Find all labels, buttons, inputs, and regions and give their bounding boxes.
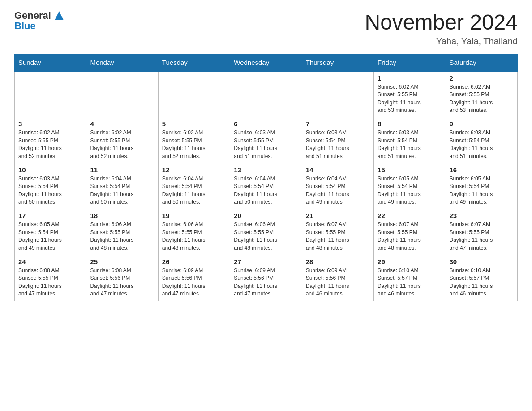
calendar-subtitle: Yaha, Yala, Thailand xyxy=(365,36,518,47)
day-number: 3 xyxy=(18,120,82,128)
title-section: November 2024 Yaha, Yala, Thailand xyxy=(365,11,518,47)
day-info: Sunrise: 6:02 AM Sunset: 5:55 PM Dayligh… xyxy=(162,129,226,160)
table-row xyxy=(158,71,230,117)
table-row: 20Sunrise: 6:06 AM Sunset: 5:55 PM Dayli… xyxy=(230,209,302,255)
day-number: 19 xyxy=(162,212,226,219)
svg-marker-0 xyxy=(55,11,64,20)
day-number: 6 xyxy=(234,120,298,128)
table-row: 28Sunrise: 6:09 AM Sunset: 5:56 PM Dayli… xyxy=(302,255,373,301)
day-info: Sunrise: 6:08 AM Sunset: 5:55 PM Dayligh… xyxy=(18,267,82,298)
table-row: 29Sunrise: 6:10 AM Sunset: 5:57 PM Dayli… xyxy=(374,255,446,301)
day-info: Sunrise: 6:02 AM Sunset: 5:55 PM Dayligh… xyxy=(90,129,154,160)
day-number: 9 xyxy=(450,120,514,128)
day-info: Sunrise: 6:10 AM Sunset: 5:57 PM Dayligh… xyxy=(450,267,514,298)
day-info: Sunrise: 6:06 AM Sunset: 5:55 PM Dayligh… xyxy=(234,221,298,252)
day-number: 10 xyxy=(18,166,82,174)
day-number: 7 xyxy=(306,120,370,128)
day-number: 13 xyxy=(234,166,298,174)
table-row: 13Sunrise: 6:04 AM Sunset: 5:54 PM Dayli… xyxy=(230,163,302,209)
day-number: 25 xyxy=(90,258,154,265)
day-number: 28 xyxy=(306,258,370,265)
day-number: 20 xyxy=(234,212,298,219)
logo: General Blue xyxy=(14,11,64,31)
table-row: 10Sunrise: 6:03 AM Sunset: 5:54 PM Dayli… xyxy=(15,163,86,209)
table-row: 11Sunrise: 6:04 AM Sunset: 5:54 PM Dayli… xyxy=(86,163,158,209)
table-row: 18Sunrise: 6:06 AM Sunset: 5:55 PM Dayli… xyxy=(86,209,158,255)
table-row: 23Sunrise: 6:07 AM Sunset: 5:55 PM Dayli… xyxy=(446,209,517,255)
day-number: 21 xyxy=(306,212,370,219)
day-info: Sunrise: 6:04 AM Sunset: 5:54 PM Dayligh… xyxy=(162,175,226,206)
day-info: Sunrise: 6:05 AM Sunset: 5:54 PM Dayligh… xyxy=(450,175,514,206)
day-number: 29 xyxy=(378,258,442,265)
week-row-1: 1Sunrise: 6:02 AM Sunset: 5:55 PM Daylig… xyxy=(15,71,518,117)
table-row xyxy=(230,71,302,117)
day-number: 5 xyxy=(162,120,226,128)
col-sunday: Sunday xyxy=(15,54,86,71)
logo-triangle-icon xyxy=(55,11,64,20)
table-row: 3Sunrise: 6:02 AM Sunset: 5:55 PM Daylig… xyxy=(15,117,86,163)
day-number: 14 xyxy=(306,166,370,174)
day-info: Sunrise: 6:07 AM Sunset: 5:55 PM Dayligh… xyxy=(378,221,442,252)
day-info: Sunrise: 6:02 AM Sunset: 5:55 PM Dayligh… xyxy=(450,83,514,115)
table-row: 5Sunrise: 6:02 AM Sunset: 5:55 PM Daylig… xyxy=(158,117,230,163)
day-number: 11 xyxy=(90,166,154,174)
table-row: 7Sunrise: 6:03 AM Sunset: 5:54 PM Daylig… xyxy=(302,117,373,163)
day-number: 1 xyxy=(378,74,442,82)
col-thursday: Thursday xyxy=(302,54,373,71)
day-info: Sunrise: 6:09 AM Sunset: 5:56 PM Dayligh… xyxy=(234,267,298,298)
week-row-3: 10Sunrise: 6:03 AM Sunset: 5:54 PM Dayli… xyxy=(15,163,518,209)
day-info: Sunrise: 6:06 AM Sunset: 5:55 PM Dayligh… xyxy=(162,221,226,252)
day-info: Sunrise: 6:04 AM Sunset: 5:54 PM Dayligh… xyxy=(234,175,298,206)
table-row: 12Sunrise: 6:04 AM Sunset: 5:54 PM Dayli… xyxy=(158,163,230,209)
day-number: 24 xyxy=(18,258,82,265)
table-row xyxy=(86,71,158,117)
day-info: Sunrise: 6:04 AM Sunset: 5:54 PM Dayligh… xyxy=(306,175,370,206)
table-row: 21Sunrise: 6:07 AM Sunset: 5:55 PM Dayli… xyxy=(302,209,373,255)
day-info: Sunrise: 6:05 AM Sunset: 5:54 PM Dayligh… xyxy=(18,221,82,252)
week-row-4: 17Sunrise: 6:05 AM Sunset: 5:54 PM Dayli… xyxy=(15,209,518,255)
week-row-5: 24Sunrise: 6:08 AM Sunset: 5:55 PM Dayli… xyxy=(15,255,518,301)
table-row: 1Sunrise: 6:02 AM Sunset: 5:55 PM Daylig… xyxy=(374,71,446,117)
day-info: Sunrise: 6:09 AM Sunset: 5:56 PM Dayligh… xyxy=(306,267,370,298)
day-number: 16 xyxy=(450,166,514,174)
page-header: General Blue November 2024 Yaha, Yala, T… xyxy=(14,11,518,47)
table-row: 6Sunrise: 6:03 AM Sunset: 5:55 PM Daylig… xyxy=(230,117,302,163)
day-number: 12 xyxy=(162,166,226,174)
day-number: 26 xyxy=(162,258,226,265)
day-info: Sunrise: 6:02 AM Sunset: 5:55 PM Dayligh… xyxy=(378,83,442,115)
table-row: 25Sunrise: 6:08 AM Sunset: 5:56 PM Dayli… xyxy=(86,255,158,301)
table-row: 27Sunrise: 6:09 AM Sunset: 5:56 PM Dayli… xyxy=(230,255,302,301)
day-info: Sunrise: 6:07 AM Sunset: 5:55 PM Dayligh… xyxy=(306,221,370,252)
day-info: Sunrise: 6:04 AM Sunset: 5:54 PM Dayligh… xyxy=(90,175,154,206)
day-info: Sunrise: 6:08 AM Sunset: 5:56 PM Dayligh… xyxy=(90,267,154,298)
col-monday: Monday xyxy=(86,54,158,71)
table-row: 16Sunrise: 6:05 AM Sunset: 5:54 PM Dayli… xyxy=(446,163,517,209)
col-tuesday: Tuesday xyxy=(158,54,230,71)
table-row xyxy=(15,71,86,117)
logo-blue: Blue xyxy=(14,21,36,31)
day-number: 22 xyxy=(378,212,442,219)
table-row: 19Sunrise: 6:06 AM Sunset: 5:55 PM Dayli… xyxy=(158,209,230,255)
day-info: Sunrise: 6:06 AM Sunset: 5:55 PM Dayligh… xyxy=(90,221,154,252)
day-number: 2 xyxy=(450,74,514,82)
week-row-2: 3Sunrise: 6:02 AM Sunset: 5:55 PM Daylig… xyxy=(15,117,518,163)
day-number: 4 xyxy=(90,120,154,128)
table-row: 15Sunrise: 6:05 AM Sunset: 5:54 PM Dayli… xyxy=(374,163,446,209)
day-info: Sunrise: 6:07 AM Sunset: 5:55 PM Dayligh… xyxy=(450,221,514,252)
table-row: 9Sunrise: 6:03 AM Sunset: 5:54 PM Daylig… xyxy=(446,117,517,163)
day-number: 30 xyxy=(450,258,514,265)
day-number: 17 xyxy=(18,212,82,219)
calendar-header-row: Sunday Monday Tuesday Wednesday Thursday… xyxy=(15,54,518,71)
table-row: 30Sunrise: 6:10 AM Sunset: 5:57 PM Dayli… xyxy=(446,255,517,301)
day-number: 18 xyxy=(90,212,154,219)
calendar-table: Sunday Monday Tuesday Wednesday Thursday… xyxy=(14,54,518,301)
day-number: 15 xyxy=(378,166,442,174)
logo-general: General xyxy=(14,11,64,21)
day-number: 8 xyxy=(378,120,442,128)
table-row xyxy=(302,71,373,117)
table-row: 4Sunrise: 6:02 AM Sunset: 5:55 PM Daylig… xyxy=(86,117,158,163)
table-row: 17Sunrise: 6:05 AM Sunset: 5:54 PM Dayli… xyxy=(15,209,86,255)
table-row: 24Sunrise: 6:08 AM Sunset: 5:55 PM Dayli… xyxy=(15,255,86,301)
table-row: 22Sunrise: 6:07 AM Sunset: 5:55 PM Dayli… xyxy=(374,209,446,255)
day-info: Sunrise: 6:10 AM Sunset: 5:57 PM Dayligh… xyxy=(378,267,442,298)
